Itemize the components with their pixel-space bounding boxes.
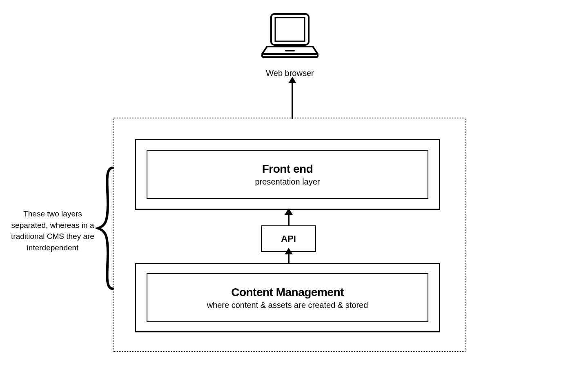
svg-rect-2 xyxy=(262,54,318,57)
curly-brace-icon xyxy=(96,166,116,290)
svg-rect-0 xyxy=(271,14,309,45)
annotation-text: These two layers separated, whereas in a… xyxy=(10,208,96,253)
content-management-subtitle: where content & assets are created & sto… xyxy=(207,301,368,310)
frontend-title: Front end xyxy=(262,163,313,176)
content-management-layer-inner: Content Management where content & asset… xyxy=(147,273,428,322)
diagram-canvas: Web browser Front end presentation layer… xyxy=(0,0,588,392)
content-management-title: Content Management xyxy=(231,286,344,299)
arrow-to-browser xyxy=(290,81,295,119)
api-label: API xyxy=(281,234,296,244)
svg-rect-3 xyxy=(285,50,295,51)
svg-rect-1 xyxy=(275,18,305,41)
arrow-backend-to-api xyxy=(286,252,292,263)
frontend-layer-inner: Front end presentation layer xyxy=(147,150,428,199)
frontend-subtitle: presentation layer xyxy=(255,177,320,187)
content-management-layer: Content Management where content & asset… xyxy=(135,263,440,332)
frontend-layer: Front end presentation layer xyxy=(135,139,440,210)
laptop-icon xyxy=(261,11,318,60)
arrow-api-to-frontend xyxy=(286,212,292,225)
